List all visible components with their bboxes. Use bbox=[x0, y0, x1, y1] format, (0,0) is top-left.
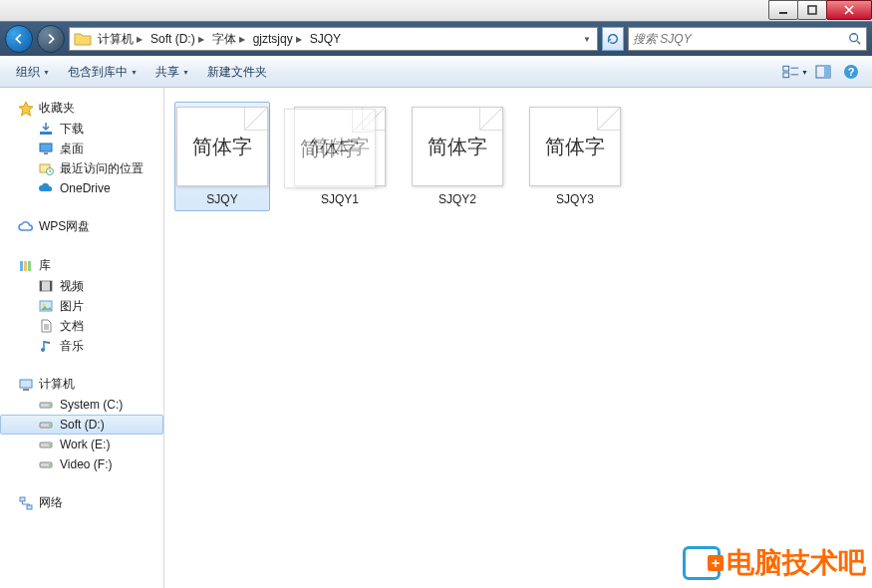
svg-rect-33 bbox=[20, 497, 25, 501]
font-thumbnail: 简体字 bbox=[412, 107, 503, 186]
file-name-label: SJQY3 bbox=[556, 192, 594, 206]
download-icon bbox=[38, 121, 54, 137]
crumb-sjqy[interactable]: SJQY bbox=[306, 28, 345, 50]
svg-rect-10 bbox=[40, 144, 52, 151]
drive-icon bbox=[38, 397, 54, 413]
computer-header[interactable]: 计算机 bbox=[0, 374, 163, 395]
sidebar-item-videos[interactable]: 视频 bbox=[0, 276, 163, 296]
view-options-button[interactable]: ▼ bbox=[782, 61, 808, 83]
sidebar-item-downloads[interactable]: 下载 bbox=[0, 119, 163, 139]
sidebar-item-recent[interactable]: 最近访问的位置 bbox=[0, 158, 163, 178]
favorites-label: 收藏夹 bbox=[39, 100, 75, 117]
crumb-gjztsjqy[interactable]: gjztsjqy▶ bbox=[249, 28, 306, 50]
drive-icon bbox=[38, 456, 54, 472]
close-button[interactable] bbox=[826, 0, 872, 20]
file-list[interactable]: 简体字 SJQY 简体字 SJQY1 简体字 SJQY2 简体字 SJQY3 简… bbox=[164, 88, 872, 588]
file-item[interactable]: 简体字 SJQY1 bbox=[292, 102, 388, 211]
forward-button[interactable] bbox=[37, 25, 65, 53]
navigation-bar: 计算机▶ Soft (D:)▶ 字体▶ gjztsjqy▶ SJQY ▼ bbox=[0, 22, 872, 56]
svg-point-30 bbox=[49, 444, 51, 446]
svg-rect-19 bbox=[50, 281, 52, 291]
svg-rect-34 bbox=[27, 505, 32, 509]
crumb-computer[interactable]: 计算机▶ bbox=[94, 28, 146, 50]
sidebar-item-documents[interactable]: 文档 bbox=[0, 316, 163, 336]
font-thumbnail: 简体字 bbox=[294, 107, 386, 186]
document-icon bbox=[38, 318, 54, 334]
svg-rect-16 bbox=[28, 261, 31, 271]
svg-point-26 bbox=[49, 405, 51, 407]
help-button[interactable]: ? bbox=[838, 61, 864, 83]
sidebar-item-music[interactable]: 音乐 bbox=[0, 336, 163, 356]
computer-label: 计算机 bbox=[39, 376, 75, 393]
sidebar-item-drive-d[interactable]: Soft (D:) bbox=[0, 415, 163, 435]
file-name-label: SJQY1 bbox=[321, 192, 359, 206]
search-input[interactable] bbox=[633, 32, 848, 46]
sidebar-item-pictures[interactable]: 图片 bbox=[0, 296, 163, 316]
share-menu[interactable]: 共享▼ bbox=[147, 60, 197, 85]
file-item[interactable]: 简体字 SJQY3 bbox=[527, 102, 623, 211]
svg-text:?: ? bbox=[848, 66, 855, 78]
wps-group: WPS网盘 bbox=[0, 216, 163, 237]
svg-rect-0 bbox=[779, 12, 787, 14]
file-item[interactable]: 简体字 SJQY2 bbox=[410, 102, 505, 211]
breadcrumb[interactable]: 计算机▶ Soft (D:)▶ 字体▶ gjztsjqy▶ SJQY ▼ bbox=[69, 27, 598, 51]
svg-point-21 bbox=[43, 304, 46, 307]
sidebar-item-onedrive[interactable]: OneDrive bbox=[0, 178, 163, 198]
cloud-icon bbox=[38, 180, 54, 196]
svg-point-28 bbox=[49, 425, 51, 427]
crumb-soft-d[interactable]: Soft (D:)▶ bbox=[146, 28, 208, 50]
svg-rect-14 bbox=[20, 261, 23, 271]
svg-rect-6 bbox=[824, 66, 830, 78]
svg-point-32 bbox=[49, 464, 51, 466]
sidebar-item-drive-e[interactable]: Work (E:) bbox=[0, 435, 163, 454]
cloud-icon bbox=[18, 219, 34, 235]
window-titlebar bbox=[0, 0, 872, 22]
star-icon bbox=[18, 101, 34, 117]
font-thumbnail: 简体字 bbox=[529, 107, 621, 186]
file-name-label: SJQY2 bbox=[438, 192, 476, 206]
include-in-library-menu[interactable]: 包含到库中▼ bbox=[60, 60, 145, 85]
computer-group: 计算机 System (C:) Soft (D:) Work (E:) Vide… bbox=[0, 374, 163, 474]
svg-rect-9 bbox=[40, 132, 52, 135]
organize-menu[interactable]: 组织▼ bbox=[8, 60, 58, 85]
folder-icon bbox=[74, 31, 92, 47]
minimize-button[interactable] bbox=[768, 0, 798, 20]
watermark-text: 电脑技术吧 bbox=[727, 544, 866, 582]
libraries-header[interactable]: 库 bbox=[0, 255, 163, 276]
main-area: 收藏夹 下载 桌面 最近访问的位置 OneDrive WPS网盘 库 视频 图片… bbox=[0, 88, 872, 588]
window-buttons bbox=[769, 0, 872, 20]
command-bar: 组织▼ 包含到库中▼ 共享▼ 新建文件夹 ▼ ? bbox=[0, 56, 872, 88]
network-header[interactable]: 网络 bbox=[0, 492, 163, 513]
refresh-button[interactable] bbox=[602, 27, 624, 51]
libraries-group: 库 视频 图片 文档 音乐 bbox=[0, 255, 163, 356]
crumb-fonts[interactable]: 字体▶ bbox=[208, 28, 249, 50]
maximize-button[interactable] bbox=[797, 0, 827, 20]
libraries-label: 库 bbox=[39, 257, 51, 274]
breadcrumb-dropdown[interactable]: ▼ bbox=[579, 35, 595, 44]
watermark: 电脑技术吧 bbox=[683, 544, 866, 582]
sidebar-item-desktop[interactable]: 桌面 bbox=[0, 139, 163, 158]
new-folder-button[interactable]: 新建文件夹 bbox=[199, 60, 275, 85]
drive-icon bbox=[38, 417, 54, 433]
picture-icon bbox=[38, 298, 54, 314]
sidebar-item-drive-c[interactable]: System (C:) bbox=[0, 395, 163, 415]
recent-icon bbox=[38, 160, 54, 176]
file-item[interactable]: 简体字 SJQY bbox=[174, 102, 270, 211]
svg-rect-11 bbox=[44, 152, 48, 154]
favorites-group: 收藏夹 下载 桌面 最近访问的位置 OneDrive bbox=[0, 98, 163, 198]
svg-rect-18 bbox=[40, 281, 42, 291]
back-button[interactable] bbox=[5, 25, 33, 53]
watermark-logo-icon bbox=[683, 546, 721, 580]
svg-rect-24 bbox=[23, 389, 29, 391]
wps-header[interactable]: WPS网盘 bbox=[0, 216, 163, 237]
video-icon bbox=[38, 278, 54, 294]
search-box[interactable] bbox=[628, 27, 867, 51]
navigation-pane: 收藏夹 下载 桌面 最近访问的位置 OneDrive WPS网盘 库 视频 图片… bbox=[0, 88, 164, 588]
favorites-header[interactable]: 收藏夹 bbox=[0, 98, 163, 119]
svg-rect-1 bbox=[808, 6, 816, 14]
font-thumbnail: 简体字 bbox=[176, 107, 268, 186]
svg-rect-3 bbox=[783, 66, 789, 71]
svg-point-2 bbox=[850, 34, 858, 42]
preview-pane-button[interactable] bbox=[810, 61, 836, 83]
sidebar-item-drive-f[interactable]: Video (F:) bbox=[0, 454, 163, 474]
